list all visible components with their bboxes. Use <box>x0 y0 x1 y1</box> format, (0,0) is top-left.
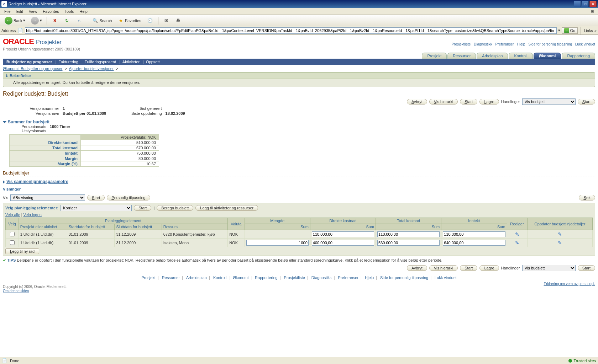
print-button[interactable]: 🖶 <box>173 16 184 25</box>
back-arrow-icon: ← <box>5 17 12 25</box>
tab-rapportering[interactable]: Rapportering <box>562 53 595 59</box>
menu-favorites[interactable]: Favorites <box>40 9 62 14</box>
summary-table: Prosjektvaluta: NOK Direkte kostnad510.0… <box>9 134 159 167</box>
avbryt-button[interactable]: Avbryt <box>407 99 427 105</box>
refresh-icon: ↻ <box>64 17 70 24</box>
budget-lines-table: Velg Planleggingselement Valuta Mengde D… <box>5 218 593 247</box>
vis-hierarki-button[interactable]: Vis hierarki <box>429 99 458 105</box>
menu-view[interactable]: View <box>26 9 40 14</box>
subtab-aktiviteter[interactable]: Aktiviteter <box>122 60 140 64</box>
menu-tools[interactable]: Tools <box>62 9 77 14</box>
table-row: 1 Utd.dir (1 Utd.dir) 01.01.2009 31.12.2… <box>6 239 593 247</box>
back-button[interactable]: ← Back▾ <box>2 15 28 26</box>
velg-ingen-link[interactable]: Velg ingen <box>23 213 42 217</box>
about-page-link[interactable]: Om denne siden <box>3 289 29 293</box>
address-input[interactable] <box>25 27 556 34</box>
handlinger-start-button[interactable]: Start <box>578 265 595 271</box>
search-button[interactable]: 🔍Search <box>89 16 114 25</box>
legg-til-akt-button[interactable]: Legg til aktiviteter og ressurser <box>195 205 258 211</box>
windows-flag-icon: ⊞ <box>588 8 597 15</box>
direkte-input[interactable] <box>312 231 374 237</box>
nav-preferanser[interactable]: Preferanser <box>495 42 514 46</box>
vis-start-button[interactable]: Start <box>87 195 105 200</box>
update-detail-icon[interactable]: ✎ <box>558 240 562 246</box>
tab-kontroll[interactable]: Kontroll <box>509 53 533 59</box>
nav-personlig[interactable]: Side for personlig tilpasning <box>528 42 572 46</box>
privacy-link[interactable]: Erklæring om vern av pers. oppl. <box>544 282 595 286</box>
visninger-label: Visninger <box>3 187 595 191</box>
handlinger-label: Handlinger <box>501 100 520 104</box>
page-title: Rediger budsjett: Budsjett <box>3 91 595 97</box>
ie-menubar: File Edit View Favorites Tools Help ⊞ <box>0 8 598 15</box>
vis-parametre-link[interactable]: Vis sammenligningsparametre <box>3 179 595 184</box>
stop-button[interactable]: ✖ <box>49 16 61 25</box>
window-title: Rediger budsjett - Microsoft Internet Ex… <box>9 2 86 6</box>
beregn-button[interactable]: Beregn budsjett <box>157 205 193 211</box>
confirmation-box: ℹBekreftelse Alle oppdateringer er lagre… <box>3 72 595 87</box>
check-icon: ✔ <box>3 258 6 262</box>
nav-diagnostikk[interactable]: Diagnostikk <box>474 42 492 46</box>
nav-hjelp[interactable]: Hjelp <box>517 42 525 46</box>
start-button[interactable]: Start <box>460 99 477 105</box>
plan-start-button[interactable]: Start <box>134 205 151 211</box>
sok-button[interactable]: Søk <box>579 195 595 200</box>
window-minimize[interactable]: _ <box>574 1 581 7</box>
menu-edit[interactable]: Edit <box>14 9 26 14</box>
handlinger-start-button[interactable]: Start <box>578 99 595 105</box>
subtab-fullforing[interactable]: Fullføringsprosent <box>85 60 116 64</box>
lagre-button[interactable]: Lagre <box>479 99 499 105</box>
mail-button[interactable]: ✉ <box>161 16 172 25</box>
row-select-checkbox[interactable] <box>10 232 15 236</box>
legg-til-rad-button[interactable]: Legg til ny rad <box>5 248 39 254</box>
breadcrumb-1[interactable]: Økonomi: Budsjetter og prognoser <box>3 66 63 71</box>
forward-button[interactable]: →▾ <box>28 15 44 26</box>
favorites-button[interactable]: ★Favorites <box>115 16 143 25</box>
subtab-budsjetter[interactable]: Budsjetter og prognoser <box>6 60 52 64</box>
nav-prosjektliste[interactable]: Prosjektliste <box>451 42 471 46</box>
handlinger-select[interactable]: Vis budsjett <box>522 98 576 105</box>
window-restore[interactable]: ▭ <box>582 1 589 7</box>
inntekt-input[interactable] <box>443 231 505 237</box>
breadcrumb-2[interactable]: Ajourfør budsjettversjoner <box>69 66 114 71</box>
tab-prosjekt[interactable]: Prosjekt <box>422 53 447 59</box>
tab-okonomi[interactable]: Økonomi <box>534 53 561 59</box>
forward-arrow-icon: → <box>31 17 39 25</box>
confirm-title: Bekreftelse <box>10 74 31 78</box>
direkte-input[interactable] <box>312 240 374 246</box>
velg-plan-select[interactable]: Korriger <box>61 205 132 211</box>
subtab-fakturering[interactable]: Fakturering <box>58 60 78 64</box>
menu-file[interactable]: File <box>1 9 14 14</box>
velg-alle-link[interactable]: Velg alle <box>5 213 20 217</box>
go-button[interactable]: →Go <box>562 27 578 34</box>
menu-help[interactable]: Help <box>77 9 90 14</box>
summer-heading[interactable]: Summer for budsjett <box>3 119 595 124</box>
personlig-button[interactable]: Personlig tilpasning <box>107 195 150 200</box>
vis-hierarki-button[interactable]: Vis hierarki <box>429 265 458 271</box>
row-select-checkbox[interactable] <box>10 240 15 245</box>
handlinger-label: Handlinger <box>501 266 520 270</box>
avbryt-button[interactable]: Avbryt <box>407 265 427 271</box>
action-row-bottom: Avbryt Vis hierarki Start Lagre Handling… <box>3 265 595 271</box>
window-close[interactable]: ✕ <box>589 1 597 7</box>
go-arrow-icon: → <box>564 28 569 33</box>
update-detail-icon[interactable]: ✎ <box>558 231 562 237</box>
history-button[interactable]: 🕘 <box>145 16 156 25</box>
home-button[interactable]: ⌂ <box>73 16 85 25</box>
tab-arbeidsplan[interactable]: Arbeidsplan <box>477 53 508 59</box>
mengde-input[interactable] <box>246 240 309 246</box>
lagre-button[interactable]: Lagre <box>479 265 499 271</box>
inntekt-input[interactable] <box>443 240 505 246</box>
start-button[interactable]: Start <box>460 265 477 271</box>
edit-icon[interactable]: ✎ <box>515 240 519 246</box>
handlinger-select[interactable]: Vis budsjett <box>522 265 576 271</box>
total-input[interactable] <box>377 240 440 246</box>
subtab-oppsett[interactable]: Oppsett <box>146 60 160 64</box>
total-input[interactable] <box>377 231 440 237</box>
edit-icon[interactable]: ✎ <box>515 231 519 237</box>
vis-select[interactable]: ABs visning <box>10 194 85 201</box>
nav-lukk[interactable]: Lukk vinduet <box>575 42 595 46</box>
tips-text: ✔TIPS Beløpene er oppført i den funksjon… <box>3 258 595 263</box>
links-label[interactable]: Links <box>584 28 593 33</box>
tab-ressurser[interactable]: Ressurser <box>447 53 476 59</box>
refresh-button[interactable]: ↻ <box>61 16 73 25</box>
